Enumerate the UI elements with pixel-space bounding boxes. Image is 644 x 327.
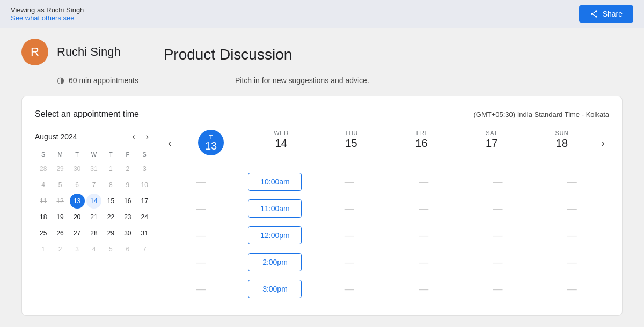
- day-col-num: 14: [246, 137, 316, 150]
- days-row: T 13 WED 14 THU 15 FRI 16 SAT 17 SUN 18: [176, 130, 597, 155]
- next-week-button[interactable]: ›: [597, 135, 609, 151]
- calendar-day[interactable]: 21: [86, 210, 101, 225]
- calendar-day[interactable]: 12: [53, 194, 68, 209]
- day-col-label: FRI: [386, 130, 457, 136]
- prev-month-button[interactable]: ‹: [128, 130, 139, 144]
- time-slot-button[interactable]: 11:00am: [248, 199, 302, 218]
- calendar-day: 1: [36, 242, 51, 257]
- prev-week-button[interactable]: ‹: [164, 135, 176, 151]
- calendar-day[interactable]: 29: [103, 226, 118, 241]
- calendar-day: 4: [86, 242, 101, 257]
- month-year: August 2024: [35, 132, 77, 141]
- time-slot-dash: —: [312, 203, 386, 214]
- day-header-f: F: [119, 150, 136, 159]
- day-column-header[interactable]: SAT 17: [457, 130, 527, 155]
- day-header-t1: T: [69, 150, 85, 159]
- calendar-day[interactable]: 14: [86, 194, 101, 209]
- calendar-day[interactable]: 5: [53, 177, 68, 192]
- time-slot-dash: —: [312, 230, 386, 241]
- calendar-day[interactable]: 30: [120, 226, 135, 241]
- day-column-header[interactable]: T 13: [176, 130, 246, 155]
- card-header: Select an appointment time (GMT+05:30) I…: [35, 109, 609, 119]
- calendar-day[interactable]: 26: [53, 226, 68, 241]
- time-slot-dash: —: [460, 284, 535, 295]
- day-column-header[interactable]: FRI 16: [386, 130, 457, 155]
- calendar-day[interactable]: 22: [103, 210, 118, 225]
- calendar-day[interactable]: 25: [36, 226, 51, 241]
- duration-info: ◑ 60 min appointments: [57, 75, 138, 85]
- calendar-day[interactable]: 2: [120, 161, 135, 176]
- day-column-header[interactable]: SUN 18: [527, 130, 597, 155]
- calendar-day[interactable]: 20: [70, 210, 85, 225]
- day-col-label: SAT: [457, 130, 527, 136]
- time-slot-dash: —: [312, 284, 386, 295]
- time-row: — 10:00am ————: [164, 168, 609, 195]
- time-slot-dash: —: [164, 176, 238, 188]
- calendar-day: 6: [120, 242, 135, 257]
- time-slot-button[interactable]: 3:00pm: [248, 280, 302, 298]
- day-column-header[interactable]: THU 15: [316, 130, 386, 155]
- day-header-t2: T: [103, 150, 119, 159]
- description-text: Pitch in for new suggestions and advice.: [235, 76, 369, 85]
- calendar-day[interactable]: 18: [36, 210, 51, 225]
- time-slot-available: 3:00pm: [238, 280, 312, 298]
- calendar-day[interactable]: 8: [103, 177, 118, 192]
- time-row-cols: — 11:00am ————: [164, 199, 609, 218]
- day-col-num: 18: [527, 137, 597, 150]
- time-slot-dash: —: [460, 230, 535, 241]
- day-column-header[interactable]: WED 14: [246, 130, 316, 155]
- calendar-day[interactable]: 28: [86, 226, 101, 241]
- calendar-day: 7: [137, 242, 152, 257]
- calendar-day: 29: [53, 161, 68, 176]
- share-button[interactable]: Share: [579, 5, 633, 23]
- day-header-s1: S: [35, 150, 52, 159]
- time-row: — 12:00pm ————: [164, 222, 609, 249]
- time-slot-dash: —: [386, 284, 460, 295]
- time-slot-button[interactable]: 12:00pm: [248, 226, 302, 244]
- time-slot-available: 10:00am: [238, 173, 312, 191]
- day-header-m: M: [52, 150, 68, 159]
- calendar-nav: August 2024 ‹ ›: [35, 130, 153, 144]
- see-what-link[interactable]: See what others see: [11, 14, 84, 22]
- calendar-day[interactable]: 6: [70, 177, 85, 192]
- top-bar: Viewing as Ruchi Singh See what others s…: [0, 0, 644, 28]
- next-month-button[interactable]: ›: [142, 130, 153, 144]
- time-slot-dash: —: [312, 257, 386, 268]
- calendar-day[interactable]: 4: [36, 177, 51, 192]
- calendar-day[interactable]: 27: [70, 226, 85, 241]
- time-slot-dash: —: [386, 230, 460, 241]
- user-name: Ruchi Singh: [57, 45, 121, 59]
- day-col-label: WED: [246, 130, 316, 136]
- calendar-day[interactable]: 24: [137, 210, 152, 225]
- duration-text: 60 min appointments: [69, 76, 138, 85]
- calendar-day[interactable]: 17: [137, 194, 152, 209]
- calendar-day[interactable]: 1: [103, 161, 118, 176]
- calendar-day[interactable]: 31: [137, 226, 152, 241]
- calendar-day[interactable]: 16: [120, 194, 135, 209]
- calendar-day[interactable]: 11: [36, 194, 51, 209]
- time-slot-available: 12:00pm: [238, 226, 312, 244]
- calendar-day[interactable]: 13: [70, 194, 85, 209]
- time-slot-dash: —: [164, 284, 238, 295]
- calendar-day[interactable]: 7: [86, 177, 101, 192]
- calendar-day: 3: [70, 242, 85, 257]
- calendar-day[interactable]: 9: [120, 177, 135, 192]
- time-slot-dash: —: [386, 257, 460, 268]
- time-slot-button[interactable]: 10:00am: [248, 173, 302, 191]
- calendar-time-layout: August 2024 ‹ › S M T W T F S: [35, 130, 609, 302]
- share-icon: [590, 10, 598, 18]
- time-slot-button[interactable]: 2:00pm: [248, 253, 302, 271]
- time-slot-dash: —: [164, 257, 238, 268]
- calendar-day[interactable]: 3: [137, 161, 152, 176]
- main-content: R Ruchi Singh Product Discussion ◑ 60 mi…: [0, 28, 644, 327]
- time-slot-dash: —: [535, 230, 609, 241]
- calendar-day: 30: [70, 161, 85, 176]
- calendar-day[interactable]: 23: [120, 210, 135, 225]
- day-col-num: 16: [386, 137, 457, 150]
- calendar-day: 28: [36, 161, 51, 176]
- calendar-day[interactable]: 19: [53, 210, 68, 225]
- calendar-day[interactable]: 10: [137, 177, 152, 192]
- calendar-day[interactable]: 15: [103, 194, 118, 209]
- top-bar-left: Viewing as Ruchi Singh See what others s…: [11, 6, 84, 22]
- time-slot-dash: —: [535, 284, 609, 295]
